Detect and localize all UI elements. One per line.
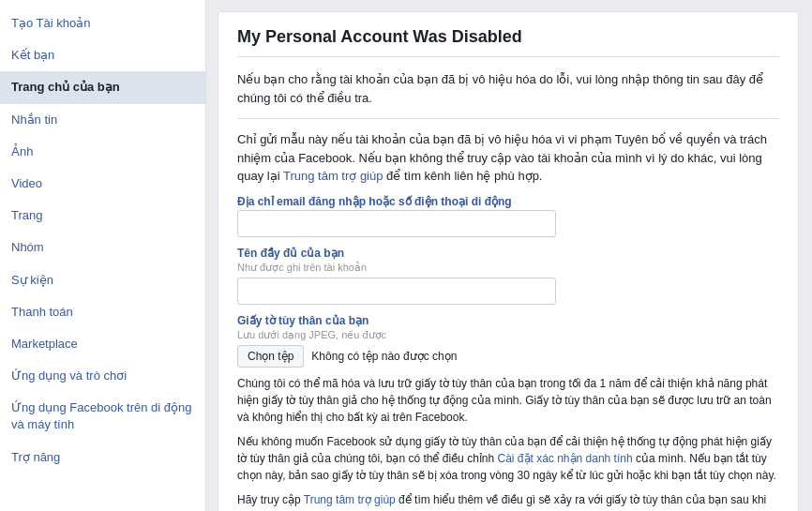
sidebar-item-su-kien[interactable]: Sự kiện	[0, 264, 205, 296]
fullname-field-group: Tên đầy đủ của bạn Như được ghi trên tài…	[237, 247, 779, 305]
fullname-input[interactable]	[237, 278, 556, 305]
choose-file-button[interactable]: Chọn tệp	[237, 345, 304, 368]
email-field-label: Địa chỉ email đăng nhập hoặc số điện tho…	[237, 195, 779, 208]
main-content: My Personal Account Was Disabled Nếu bạn…	[206, 0, 812, 511]
form-title: My Personal Account Was Disabled	[237, 27, 779, 57]
help-center-link-2[interactable]: Trung tâm trợ giúp	[304, 493, 396, 506]
sidebar-item-anh[interactable]: Ảnh	[0, 136, 205, 168]
sidebar-item-nhom[interactable]: Nhóm	[0, 232, 205, 263]
sidebar-item-marketplace[interactable]: Marketplace	[0, 328, 205, 360]
info-text-4: Nếu không muốn Facebook sử dụng giấy tờ …	[237, 433, 779, 484]
file-row: Chọn tệp Không có tệp nào được chọn	[237, 345, 779, 368]
id-field-sublabel: Lưu dưới dạng JPEG, nếu được	[237, 329, 779, 341]
info-text-3: Chúng tôi có thể mã hóa và lưu trữ giấy …	[237, 375, 779, 426]
sidebar-item-trang[interactable]: Trang	[0, 200, 205, 232]
sidebar-item-tao-tai-khoan[interactable]: Tạo Tài khoản	[0, 8, 205, 39]
info-text-5: Hãy truy cập Trung tâm trợ giúp để tìm h…	[237, 491, 779, 512]
sidebar-item-nhan-tin[interactable]: Nhắn tin	[0, 104, 205, 136]
email-input[interactable]	[237, 210, 556, 237]
sidebar-item-ket-ban[interactable]: Kết bạn	[0, 39, 205, 71]
info2-part2: để tìm kênh liên hệ phù hợp.	[383, 169, 542, 183]
no-file-label: Không có tệp nào được chọn	[311, 350, 457, 363]
sidebar-item-ung-dung[interactable]: Ứng dụng và trò chơi	[0, 360, 205, 392]
info5-part1: Hãy truy cập	[237, 493, 304, 506]
id-field-group: Giấy tờ tùy thân của bạn Lưu dưới dạng J…	[237, 314, 779, 368]
email-field-group: Địa chỉ email đăng nhập hoặc số điện tho…	[237, 195, 779, 237]
id-field-label: Giấy tờ tùy thân của bạn	[237, 314, 779, 327]
separator-1	[237, 118, 779, 119]
sidebar-item-thanh-toan[interactable]: Thanh toán	[0, 296, 205, 328]
id-settings-link[interactable]: Cài đặt xác nhận danh tính	[498, 452, 633, 465]
fullname-field-sublabel: Như được ghi trên tài khoản	[237, 262, 779, 274]
sidebar-item-tro-nang[interactable]: Trợ năng	[0, 442, 205, 473]
form-panel: My Personal Account Was Disabled Nếu bạn…	[218, 11, 799, 511]
fullname-field-label: Tên đầy đủ của bạn	[237, 247, 779, 260]
help-center-link-1[interactable]: Trung tâm trợ giúp	[283, 169, 383, 183]
info-text-1: Nếu bạn cho rằng tài khoản của bạn đã bị…	[237, 70, 779, 107]
sidebar-item-facebook-mobile[interactable]: Ứng dụng Facebook trên di động và máy tí…	[0, 392, 205, 441]
sidebar-item-trang-chu[interactable]: Trang chủ của bạn	[0, 71, 205, 103]
sidebar-item-video[interactable]: Video	[0, 168, 205, 200]
info-text-2: Chỉ gửi mẫu này nếu tài khoản của bạn đã…	[237, 130, 779, 186]
sidebar: Tạo Tài khoảnKết bạnTrang chủ của bạnNhắ…	[0, 0, 206, 511]
